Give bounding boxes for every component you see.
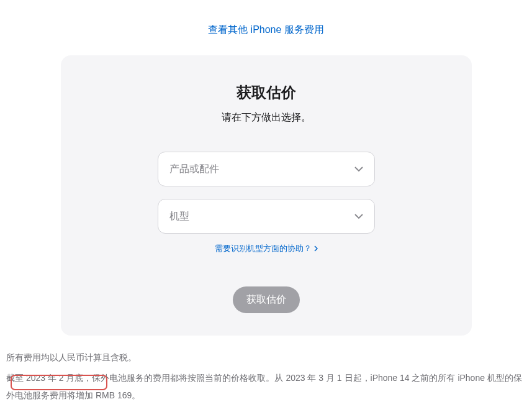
footer-text: 所有费用均以人民币计算且含税。 截至 2023 年 2 月底，保外电池服务的费用… — [0, 336, 532, 404]
footer-line-1: 所有费用均以人民币计算且含税。 — [6, 349, 526, 366]
card-title: 获取估价 — [86, 83, 447, 103]
product-select-placeholder: 产品或配件 — [169, 163, 354, 176]
product-select[interactable]: 产品或配件 — [158, 152, 375, 186]
get-estimate-button[interactable]: 获取估价 — [233, 286, 300, 313]
chevron-right-icon — [314, 244, 318, 254]
estimate-card: 获取估价 请在下方做出选择。 产品或配件 机型 需要识别机型方面的协助？ 获取估… — [61, 55, 472, 336]
card-subtitle: 请在下方做出选择。 — [86, 111, 447, 124]
footer-line-2: 截至 2023 年 2 月底，保外电池服务的费用都将按照当前的价格收取。从 20… — [6, 370, 526, 404]
help-link-text: 需要识别机型方面的协助？ — [215, 243, 312, 254]
other-services-link[interactable]: 查看其他 iPhone 服务费用 — [208, 24, 324, 35]
chevron-down-icon — [354, 167, 363, 172]
identify-model-help-link[interactable]: 需要识别机型方面的协助？ — [215, 243, 318, 254]
model-select-placeholder: 机型 — [169, 210, 354, 223]
top-link-container: 查看其他 iPhone 服务费用 — [0, 0, 532, 37]
chevron-down-icon — [354, 214, 363, 219]
model-select[interactable]: 机型 — [158, 199, 375, 234]
